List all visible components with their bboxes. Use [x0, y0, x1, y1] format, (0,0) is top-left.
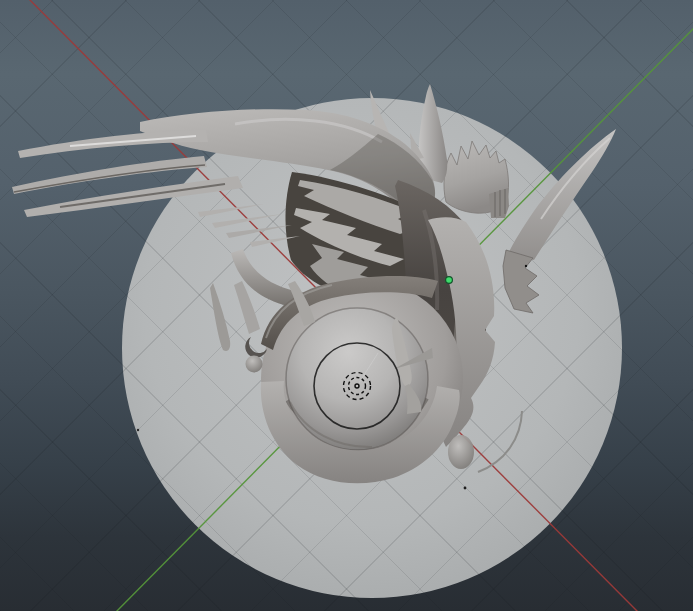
brush-cursor[interactable]	[0, 0, 693, 611]
3d-viewport[interactable]	[0, 0, 693, 611]
brush-normal-indicator	[357, 353, 378, 386]
